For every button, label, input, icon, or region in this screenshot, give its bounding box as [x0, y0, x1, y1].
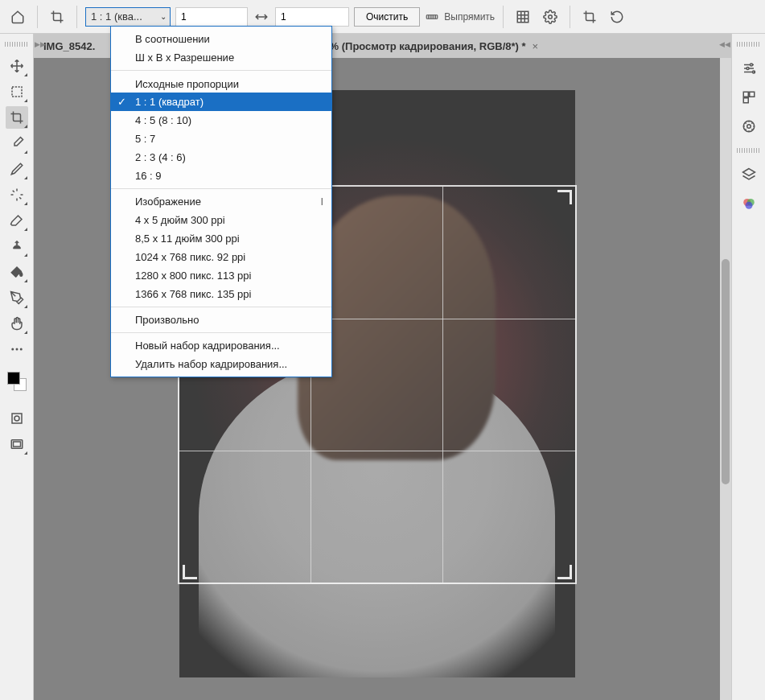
- move-tool[interactable]: [6, 55, 28, 77]
- crop-handle-tr[interactable]: [557, 190, 572, 204]
- svg-point-5: [15, 348, 18, 351]
- more-tools[interactable]: [6, 338, 28, 360]
- menu-item-ratio[interactable]: В соотношении: [111, 30, 331, 48]
- straighten-label: Выпрямить: [444, 11, 495, 23]
- screen-mode-tool[interactable]: [6, 433, 28, 455]
- svg-point-6: [19, 348, 22, 351]
- svg-point-11: [750, 64, 752, 66]
- swap-dimensions-icon[interactable]: [253, 10, 270, 24]
- menu-item-5-7[interactable]: 5 : 7: [111, 130, 331, 148]
- right-panels: [731, 34, 765, 700]
- crop-preset-icon[interactable]: [578, 6, 601, 28]
- straighten-button[interactable]: Выпрямить: [425, 10, 495, 24]
- menu-item-1-1[interactable]: 1 : 1 (квадрат): [111, 93, 331, 111]
- svg-point-21: [745, 202, 752, 209]
- menu-item-4-5[interactable]: 4 : 5 (8 : 10): [111, 111, 331, 130]
- reset-crop-icon[interactable]: [606, 6, 628, 28]
- crop-tool[interactable]: [6, 106, 28, 129]
- menu-item-new-preset[interactable]: Новый набор кадрирования...: [111, 336, 331, 355]
- channels-panel-icon[interactable]: [738, 193, 759, 214]
- svg-point-2: [549, 14, 553, 19]
- menu-item-preset-1280[interactable]: 1280 x 800 пикс. 113 ppi: [111, 266, 331, 285]
- quick-mask-tool[interactable]: [6, 407, 28, 430]
- menu-item-preset-1366[interactable]: 1366 x 768 пикс. 135 ppi: [111, 285, 331, 303]
- eraser-tool[interactable]: [6, 209, 28, 232]
- crop-width-input[interactable]: [175, 7, 248, 27]
- home-icon[interactable]: [6, 6, 29, 28]
- clear-button[interactable]: Очистить: [354, 7, 420, 27]
- menu-item-16-9[interactable]: 16 : 9: [111, 167, 331, 185]
- menu-item-preset-8x11[interactable]: 8,5 x 11 дюйм 300 ppi: [111, 229, 331, 248]
- crop-height-input[interactable]: [275, 7, 349, 27]
- crop-handle-bl[interactable]: [183, 565, 197, 579]
- svg-rect-10: [13, 442, 20, 447]
- layers-panel-icon[interactable]: [738, 164, 759, 185]
- brush-tool[interactable]: [6, 158, 28, 180]
- svg-rect-14: [743, 92, 748, 97]
- svg-rect-16: [743, 98, 748, 103]
- menu-item-2-3[interactable]: 2 : 3 (4 : 6): [111, 148, 331, 167]
- healing-brush-tool[interactable]: [6, 183, 28, 206]
- menu-item-custom[interactable]: Произвольно: [111, 311, 331, 329]
- collapse-right-icon[interactable]: ◀◀: [720, 37, 730, 51]
- menu-item-wxh-res[interactable]: Ш x В x Разрешение: [111, 48, 331, 67]
- styles-panel-icon[interactable]: [738, 87, 759, 108]
- collapse-left-icon[interactable]: ▶▶: [35, 37, 45, 51]
- aspect-ratio-dropdown[interactable]: 1 : 1 (ква...: [85, 7, 171, 27]
- svg-rect-1: [517, 11, 529, 23]
- svg-rect-7: [12, 414, 22, 423]
- marquee-tool[interactable]: [6, 80, 28, 103]
- settings-gear-icon[interactable]: [539, 6, 561, 28]
- menu-item-preset-4x5[interactable]: 4 x 5 дюйм 300 ppi: [111, 211, 331, 229]
- svg-point-4: [11, 348, 14, 351]
- eyedropper-tool[interactable]: [6, 132, 28, 154]
- vertical-scrollbar[interactable]: [720, 58, 731, 700]
- adjustments-panel-icon[interactable]: [738, 58, 759, 79]
- svg-point-8: [14, 416, 19, 421]
- color-swatches[interactable]: [7, 372, 27, 391]
- svg-rect-3: [12, 87, 22, 97]
- menu-header-image[interactable]: ИзображениеI: [111, 192, 331, 211]
- grid-overlay-icon[interactable]: [512, 6, 534, 28]
- menu-item-preset-1024[interactable]: 1024 x 768 пикс. 92 ppi: [111, 248, 331, 266]
- svg-point-12: [746, 68, 749, 70]
- paint-bucket-tool[interactable]: [6, 261, 28, 283]
- straighten-icon: [425, 10, 439, 24]
- crop-handle-br[interactable]: [557, 565, 572, 579]
- crop-tool-icon[interactable]: [46, 6, 68, 28]
- menu-item-delete-preset[interactable]: Удалить набор кадрирования...: [111, 355, 331, 373]
- navigator-panel-icon[interactable]: [738, 116, 759, 137]
- hand-tool[interactable]: [6, 312, 28, 335]
- close-tab-icon[interactable]: ×: [533, 40, 539, 52]
- menu-item-original[interactable]: Исходные пропорции: [111, 74, 331, 93]
- pen-tool[interactable]: [6, 286, 28, 309]
- aspect-ratio-menu: В соотношении Ш x В x Разрешение Исходны…: [110, 26, 332, 377]
- svg-rect-15: [749, 92, 754, 97]
- tools-panel: [0, 34, 34, 700]
- svg-point-18: [746, 125, 751, 129]
- clone-stamp-tool[interactable]: [6, 235, 28, 257]
- svg-point-17: [743, 121, 755, 132]
